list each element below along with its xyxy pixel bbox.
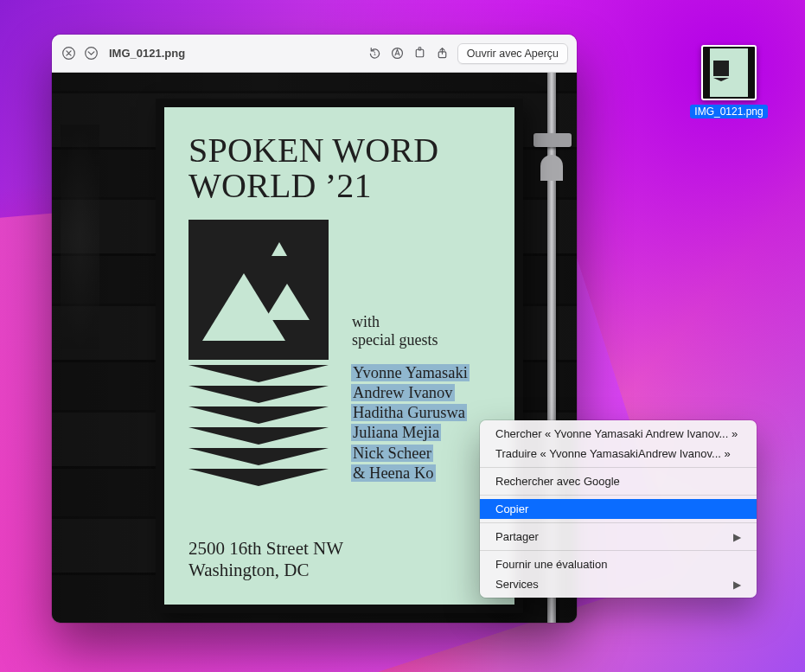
markup-icon[interactable]: [390, 46, 406, 61]
chevron-right-icon: ▶: [733, 579, 741, 591]
rotate-icon[interactable]: 1: [367, 46, 383, 61]
ctx-services[interactable]: Services ▶: [480, 574, 757, 594]
poster-title: SPOKEN WORD WORLD ’21: [188, 133, 492, 204]
ctx-google[interactable]: Rechercher avec Google: [480, 471, 757, 491]
poster-guests: Yvonne Yamasaki Andrew Ivanov Haditha Gu…: [351, 363, 470, 483]
poster-frame: SPOKEN WORD WORLD ’21 with special guest…: [156, 99, 523, 613]
desktop-file-icon[interactable]: IMG_0121.png: [694, 45, 763, 118]
poster-title-l2: WORLD ’21: [188, 166, 372, 205]
window-filename: IMG_0121.png: [109, 47, 185, 60]
poster-subhead: with special guests: [352, 313, 438, 349]
ctx-translate[interactable]: Traduire « Yvonne YamasakiAndrew Ivanov.…: [480, 444, 757, 464]
window-icon: [83, 46, 99, 61]
ctx-copy[interactable]: Copier: [480, 499, 757, 519]
ctx-feedback[interactable]: Fournir une évaluation: [480, 554, 757, 574]
open-with-button[interactable]: Ouvrir avec Aperçu: [457, 43, 568, 64]
poster-title-l1: SPOKEN WORD: [188, 131, 438, 170]
ctx-sep: [480, 467, 757, 468]
poster-logo: [188, 220, 329, 360]
trim-icon[interactable]: [412, 46, 428, 61]
poster-venue: 2500 16th Street NW Washington, DC: [188, 538, 343, 582]
file-label: IMG_0121.png: [690, 105, 767, 118]
ctx-sep: [480, 550, 757, 551]
svg-rect-5: [418, 48, 421, 50]
ctx-search[interactable]: Chercher « Yvonne Yamasaki Andrew Ivanov…: [480, 424, 757, 444]
ctx-sep: [480, 495, 757, 496]
ctx-sep: [480, 522, 757, 523]
svg-text:1: 1: [374, 51, 377, 56]
svg-point-1: [85, 48, 97, 60]
ctx-share[interactable]: Partager ▶: [480, 527, 757, 547]
poster-ripples: [188, 365, 329, 490]
file-thumbnail: [701, 45, 757, 100]
chevron-right-icon: ▶: [733, 531, 741, 543]
share-icon[interactable]: [435, 46, 450, 61]
context-menu: Chercher « Yvonne Yamasaki Andrew Ivanov…: [480, 420, 757, 598]
close-icon[interactable]: [61, 46, 76, 61]
poster-content: SPOKEN WORD WORLD ’21 with special guest…: [164, 107, 514, 605]
window-titlebar: IMG_0121.png 1 Ouvrir avec Aperçu: [52, 35, 577, 73]
